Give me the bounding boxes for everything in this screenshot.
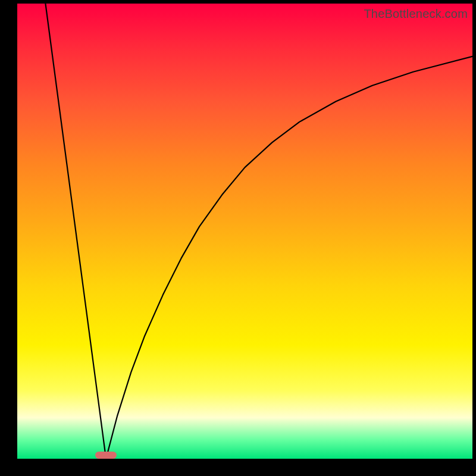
optimal-marker	[95, 452, 117, 459]
chart-frame: TheBottleneck.com	[0, 0, 476, 476]
plot-area: TheBottleneck.com	[17, 4, 472, 459]
bottleneck-curve	[17, 4, 472, 459]
